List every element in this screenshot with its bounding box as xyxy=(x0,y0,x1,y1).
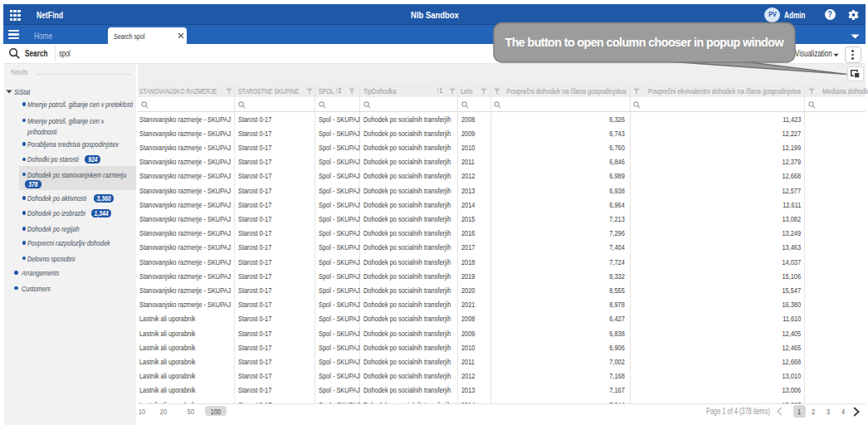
svg-text:The button to open column choo: The button to open column chooser in pop… xyxy=(505,36,785,49)
